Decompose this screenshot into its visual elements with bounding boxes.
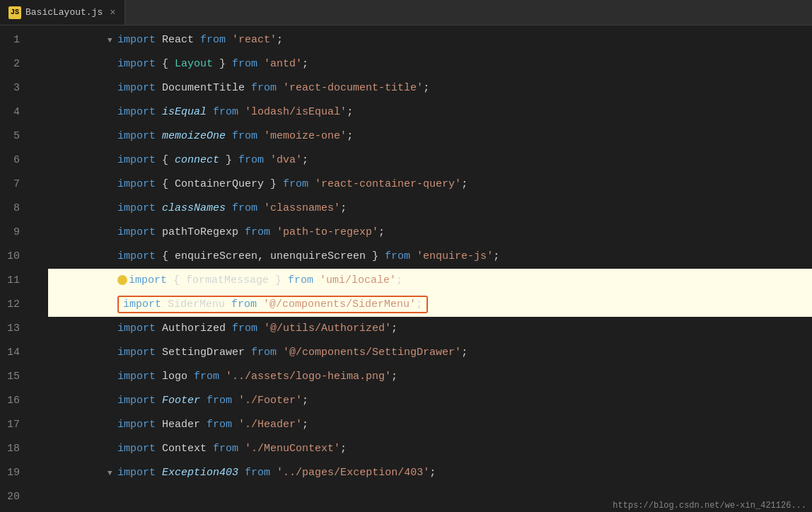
token-kw: from xyxy=(194,371,219,383)
token-plain xyxy=(238,443,245,455)
table-row: import { Layout } from 'antd'; xyxy=(48,52,812,76)
line-number: 13 xyxy=(0,317,31,341)
token-plain: ; xyxy=(423,82,429,94)
tab-filename: BasicLayout.js xyxy=(25,7,103,18)
token-kw: from xyxy=(288,274,313,286)
token-plain xyxy=(277,347,283,359)
token-str: './Footer' xyxy=(238,395,302,407)
token-kw: import xyxy=(117,347,156,359)
token-kw: import xyxy=(117,58,156,70)
close-icon[interactable]: × xyxy=(110,7,115,18)
token-plain xyxy=(270,467,277,479)
line-number: 9 xyxy=(0,221,31,245)
token-plain xyxy=(200,395,207,407)
token-str: 'enquire-js' xyxy=(417,250,493,262)
table-row: import { ContainerQuery } from 'react-co… xyxy=(48,173,812,197)
table-row: import { connect } from 'dva'; xyxy=(48,149,812,173)
token-italic: Footer xyxy=(162,395,200,407)
line-number: 12 xyxy=(0,293,31,317)
token-plain: { xyxy=(156,154,175,166)
table-row: import { enquireScreen, unenquireScreen … xyxy=(48,245,812,269)
token-plain: ; xyxy=(378,226,385,238)
line-number: 16 xyxy=(0,389,31,413)
token-plain xyxy=(156,106,162,118)
token-kw: import xyxy=(129,274,167,286)
token-plain: ; xyxy=(391,371,398,383)
table-row: import Footer from './Footer'; xyxy=(48,389,812,413)
fold-arrow-icon[interactable]: ▼ xyxy=(108,461,117,485)
token-plain: ; xyxy=(493,250,499,262)
table-row: import { formatMessage } from 'umi/local… xyxy=(48,269,812,293)
token-plain: ; xyxy=(347,130,353,142)
token-plain xyxy=(308,178,315,190)
tab-bar: JS BasicLayout.js × xyxy=(0,0,812,25)
token-plain: ; xyxy=(416,298,422,310)
token-plain xyxy=(232,419,238,431)
token-kw: from xyxy=(251,82,277,94)
token-plain xyxy=(232,395,238,407)
token-kw: import xyxy=(123,298,161,310)
token-plain xyxy=(226,34,232,46)
table-row: import Header from './Header'; xyxy=(48,413,812,437)
token-kw: import xyxy=(117,371,156,383)
token-plain: Context xyxy=(156,443,213,455)
token-kw: import xyxy=(117,82,156,94)
token-str: 'path-to-regexp' xyxy=(277,226,378,238)
token-kw: from xyxy=(283,178,308,190)
status-bar: https://blog.csdn.net/we-xin_421126... xyxy=(607,499,812,512)
line-number: 5 xyxy=(0,124,31,149)
line-number: 17 xyxy=(0,413,31,437)
token-plain xyxy=(226,202,232,214)
token-kw: from xyxy=(232,58,257,70)
token-plain: ; xyxy=(302,154,308,166)
line-number: 1 xyxy=(0,28,31,52)
table-row: import SiderMenu from '@/components/Side… xyxy=(48,293,812,317)
table-row: import pathToRegexp from 'path-to-regexp… xyxy=(48,221,812,245)
fold-arrow-icon[interactable]: ▼ xyxy=(108,28,117,52)
token-plain xyxy=(264,154,270,166)
token-plain: SiderMenu xyxy=(161,298,231,310)
code-area[interactable]: ▼ import React from 'react';import { Lay… xyxy=(42,25,812,512)
token-italic: isEqual xyxy=(162,106,207,118)
token-kw: import xyxy=(117,250,156,262)
token-plain: ; xyxy=(302,395,308,407)
token-plain xyxy=(226,130,232,142)
token-italic: connect xyxy=(175,154,219,166)
token-plain: ; xyxy=(429,467,436,479)
token-str: './MenuContext' xyxy=(245,443,340,455)
tab-basiclayout[interactable]: JS BasicLayout.js × xyxy=(0,0,125,25)
token-plain xyxy=(270,226,277,238)
token-kw: import xyxy=(117,226,156,238)
token-kw: from xyxy=(238,154,264,166)
token-plain: ; xyxy=(461,178,468,190)
editor-container: 1234567891011121314151617181920 ▼ import… xyxy=(0,25,812,512)
line-number: 2 xyxy=(0,52,31,76)
token-str: 'classnames' xyxy=(264,202,340,214)
token-plain xyxy=(313,274,320,286)
js-file-icon: JS xyxy=(8,6,21,19)
token-plain: { xyxy=(156,58,175,70)
line-number: 18 xyxy=(0,437,31,461)
token-plain xyxy=(156,395,162,407)
token-str: 'lodash/isEqual' xyxy=(245,106,347,118)
token-plain: SettingDrawer xyxy=(156,347,251,359)
line-number: 4 xyxy=(0,100,31,124)
table-row: import isEqual from 'lodash/isEqual'; xyxy=(48,100,812,124)
token-italic: Exception403 xyxy=(162,467,238,479)
token-plain xyxy=(156,202,162,214)
token-kw: from xyxy=(245,467,270,479)
token-plain xyxy=(219,371,226,383)
token-str: '../assets/logo-heima.png' xyxy=(226,371,391,383)
token-kw: from xyxy=(385,250,410,262)
token-plain xyxy=(238,106,245,118)
token-plain xyxy=(156,130,162,142)
line-number: 10 xyxy=(0,245,31,269)
token-str: './Header' xyxy=(238,419,302,431)
token-str: 'react-container-query' xyxy=(315,178,461,190)
token-kw: import xyxy=(117,154,156,166)
table-row: ▼ import Exception403 from '../pages/Exc… xyxy=(48,461,812,485)
token-plain: ; xyxy=(347,106,353,118)
token-plain: { formatMessage } xyxy=(167,274,288,286)
breakpoint-indicator xyxy=(117,275,127,285)
table-row: import logo from '../assets/logo-heima.p… xyxy=(48,365,812,389)
